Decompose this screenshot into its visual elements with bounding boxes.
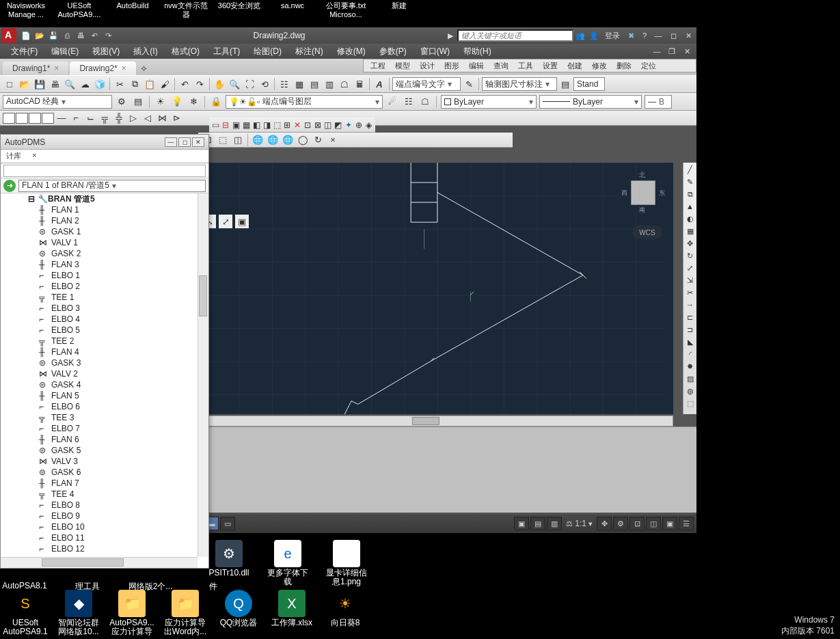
preview-icon[interactable]: 🔍 xyxy=(63,77,77,91)
et-icon[interactable]: ◧ xyxy=(252,119,262,131)
search-icon[interactable]: 👥 xyxy=(574,29,586,42)
3d-icon[interactable]: 🧊 xyxy=(93,77,107,91)
tree-item[interactable]: ╫FLAN 5 xyxy=(1,390,198,401)
panel-close-button[interactable]: ✕ xyxy=(192,137,204,147)
doc-close-button[interactable]: ✕ xyxy=(681,45,693,57)
tree-item[interactable]: ╫FLAN 1 xyxy=(1,204,198,215)
pipe-p-button[interactable]: P xyxy=(29,113,41,124)
tree-item[interactable]: ⌐ELBO 11 xyxy=(1,532,198,543)
zoom-prev-icon[interactable]: ⟲ xyxy=(258,77,271,91)
tree-item[interactable]: ╦TEE 3 xyxy=(1,412,198,423)
desktop-icon[interactable]: nvw文件示范 器 xyxy=(161,1,211,19)
anno-vis-button[interactable]: ✥ xyxy=(597,517,612,530)
new-tab-icon[interactable]: ✧ xyxy=(137,62,151,75)
exchange-icon[interactable]: ✖ xyxy=(625,29,637,42)
cn-menu-item[interactable]: 创建 xyxy=(563,60,586,72)
tree-item[interactable]: ╫FLAN 6 xyxy=(1,434,198,445)
tree-item[interactable]: ╫FLAN 2 xyxy=(1,215,198,226)
cn-menu-item[interactable]: 定位 xyxy=(637,60,660,72)
tree-item[interactable]: ⌐ELBO 1 xyxy=(1,270,198,281)
et-icon[interactable]: ◫ xyxy=(323,119,333,131)
open-icon[interactable]: 📂 xyxy=(33,29,46,42)
std-combo[interactable]: Stand xyxy=(573,77,605,91)
match-icon[interactable]: 🖌 xyxy=(158,77,172,91)
cn-menu-item[interactable]: 设置 xyxy=(539,60,562,72)
pipe-tool-icon[interactable]: ⌙ xyxy=(83,111,97,125)
cn-menu-item[interactable]: 模型 xyxy=(391,60,414,72)
save-icon[interactable]: 💾 xyxy=(47,29,59,42)
menu-window[interactable]: 窗口(W) xyxy=(415,44,455,59)
undo-icon[interactable]: ↶ xyxy=(178,77,191,91)
menu-insert[interactable]: 插入(I) xyxy=(128,44,163,59)
pipe-tool-icon[interactable]: ╦ xyxy=(98,111,111,125)
layer-iso-icon[interactable]: ☖ xyxy=(418,95,432,109)
desktop-icon[interactable]: X工作簿.xlsx xyxy=(269,590,314,636)
cut-icon[interactable]: ✂ xyxy=(113,77,126,91)
tree-item[interactable]: ⌐ELBO 7 xyxy=(1,423,198,434)
tree-item[interactable]: ⌐ELBO 9 xyxy=(1,511,198,521)
tree-item[interactable]: ⊜GASK 1 xyxy=(1,226,198,237)
color-combo[interactable]: ByLayer▾ xyxy=(441,95,537,109)
scrollbar-thumb[interactable] xyxy=(42,558,124,567)
desktop-icon[interactable]: 新建 xyxy=(375,1,424,19)
qv-button[interactable]: ▥ xyxy=(547,517,562,530)
user-icon[interactable]: 👤 xyxy=(588,29,600,42)
tree-item[interactable]: ╫FLAN 4 xyxy=(1,346,198,357)
vt-icon[interactable]: ⬚ xyxy=(216,133,230,147)
sheet-icon[interactable]: ▥ xyxy=(323,77,336,91)
region-icon[interactable]: ◍ xyxy=(685,385,696,396)
cn-menu-item[interactable]: 编辑 xyxy=(465,60,488,72)
lineweight-combo[interactable]: —B xyxy=(645,95,672,109)
open-icon[interactable]: 📂 xyxy=(18,77,31,91)
menu-help[interactable]: 帮助(H) xyxy=(458,44,497,59)
et-icon[interactable]: ✕ xyxy=(293,119,303,131)
menu-modify[interactable]: 修改(M) xyxy=(331,44,371,59)
mirror-icon[interactable]: ▲ xyxy=(685,201,696,212)
refresh-icon[interactable]: ↻ xyxy=(311,133,325,147)
et-icon[interactable]: ◨ xyxy=(262,119,272,131)
desktop-icon[interactable]: sa.nwc xyxy=(268,1,317,19)
et-icon[interactable]: ⊠ xyxy=(312,119,323,131)
desktop-icon[interactable]: 📁应力计算导出Word内... xyxy=(163,590,208,636)
globe-icon[interactable]: 🌐 xyxy=(281,133,295,147)
layer-lock-icon[interactable]: 🔒 xyxy=(209,95,223,109)
tree-item[interactable]: ⋈VALV 1 xyxy=(1,237,198,248)
help-search-input[interactable] xyxy=(457,29,573,42)
extend-icon[interactable]: → xyxy=(685,299,696,310)
linetype-combo[interactable]: ByLayer▾ xyxy=(539,95,642,109)
menu-file[interactable]: 文件(F) xyxy=(5,44,43,59)
tree-item[interactable]: ⊜GASK 6 xyxy=(1,467,198,478)
orbit-icon[interactable]: ◯ xyxy=(296,133,310,147)
tree-item[interactable]: ⌐ELBO 10 xyxy=(1,521,198,532)
layer-state-icon[interactable]: ☷ xyxy=(402,95,416,109)
move-icon[interactable]: ✥ xyxy=(685,238,696,249)
tree-item[interactable]: ╫FLAN 3 xyxy=(1,259,198,270)
redo-icon[interactable]: ↷ xyxy=(102,29,114,42)
vt-icon[interactable]: ◫ xyxy=(231,133,245,147)
et-icon[interactable]: ⊞ xyxy=(282,119,293,131)
ucs-icon[interactable]: ▣ xyxy=(235,215,249,228)
desktop-icon[interactable]: SUESoft AutoPSA9.1 xyxy=(3,590,48,636)
panel-max-button[interactable]: ◻ xyxy=(178,137,191,147)
cn-menu-item[interactable]: 删除 xyxy=(612,60,636,72)
tree-item[interactable]: ⊜GASK 4 xyxy=(1,379,198,390)
ws-switch-button[interactable]: ⚙ xyxy=(613,517,628,530)
tree-item[interactable]: ⊜GASK 5 xyxy=(1,445,198,456)
zoom-window-icon[interactable]: ⛶ xyxy=(243,77,256,91)
copy-icon[interactable]: ⧉ xyxy=(685,189,696,200)
tree-item[interactable]: ⋈VALV 2 xyxy=(1,368,198,379)
app-logo-icon[interactable] xyxy=(1,28,16,43)
tool-palette-icon[interactable]: ▤ xyxy=(308,77,321,91)
calc-icon[interactable]: 🖩 xyxy=(353,77,366,91)
pipe-tool-icon[interactable]: ⊳ xyxy=(170,111,183,125)
pipe-z-button[interactable]: Z xyxy=(16,113,28,124)
et-icon[interactable]: ◈ xyxy=(364,119,374,131)
tree-hscrollbar[interactable] xyxy=(1,557,198,568)
dim-style-combo[interactable]: 轴测图尺寸标注▾ xyxy=(482,77,557,91)
desktop-icon[interactable]: 公司要事.txt Microso... xyxy=(321,1,370,19)
menu-param[interactable]: 参数(P) xyxy=(374,44,412,59)
cn-menu-item[interactable]: 图形 xyxy=(440,60,463,72)
et-icon[interactable]: ⊟ xyxy=(221,119,231,131)
pipe-tool-icon[interactable]: ╬ xyxy=(112,111,126,125)
tree-item[interactable]: ⊜GASK 2 xyxy=(1,248,198,259)
